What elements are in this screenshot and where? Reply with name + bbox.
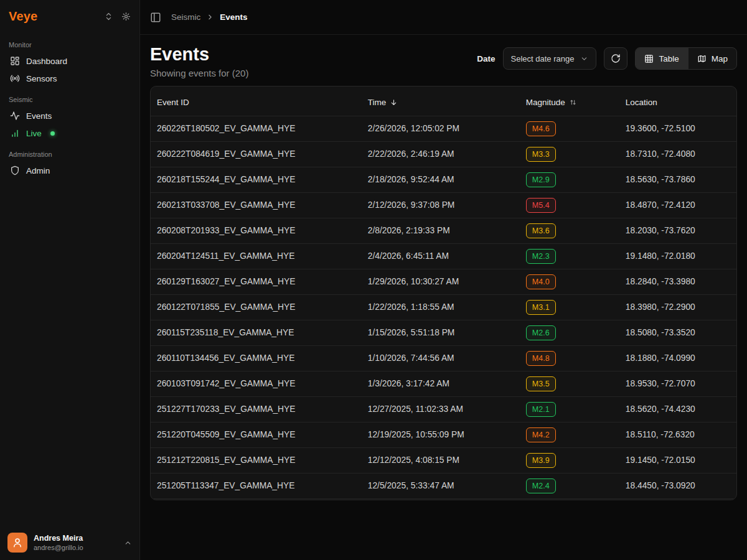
magnitude-cell: M4.2 <box>520 422 619 448</box>
column-header-location[interactable]: Location <box>619 86 736 116</box>
table-row[interactable]: 260213T033708_EV_GAMMA_HYE2/12/2026, 9:3… <box>151 193 736 218</box>
column-label: Event ID <box>157 98 189 107</box>
events-table-body: 260226T180502_EV_GAMMA_HYE2/26/2026, 12:… <box>151 116 736 501</box>
magnitude-badge: M2.3 <box>526 249 556 264</box>
time-cell: 12/12/2025, 4:08:15 PM <box>362 448 520 474</box>
chevron-up-icon <box>124 539 132 547</box>
table-row[interactable]: 260122T071855_EV_GAMMA_HYE1/22/2026, 1:1… <box>151 295 736 320</box>
magnitude-cell: M2.6 <box>520 320 619 346</box>
brand-logo: Veye <box>9 9 96 24</box>
column-label: Time <box>368 98 387 107</box>
time-cell: 12/5/2025, 5:33:47 AM <box>362 474 520 499</box>
sidebar-item-sensors[interactable]: Sensors <box>5 70 134 87</box>
sidebar-item-live[interactable]: Live <box>5 124 134 142</box>
table-row[interactable]: 251128T062105_EV_GAMMA_HYE11/28/2025, 12… <box>151 499 736 501</box>
sidebar: Veye MonitorDashboardSensorsSeismicEvent… <box>0 0 140 560</box>
event-id-cell: 260122T071855_EV_GAMMA_HYE <box>151 295 362 320</box>
table-icon <box>644 54 654 63</box>
bars-icon <box>10 128 20 138</box>
event-id-cell: 251227T170233_EV_GAMMA_HYE <box>151 397 362 422</box>
magnitude-cell: M4.6 <box>520 116 619 142</box>
view-table-label: Table <box>659 54 679 63</box>
event-id-cell: 251128T062105_EV_GAMMA_HYE <box>151 499 362 501</box>
breadcrumb-current: Events <box>220 12 247 22</box>
topbar: Seismic Events <box>140 0 747 35</box>
magnitude-cell: M2.1 <box>520 397 619 422</box>
user-menu[interactable]: Andres Meira andres@grillo.io <box>0 525 139 560</box>
time-cell: 2/4/2026, 6:45:11 AM <box>362 244 520 269</box>
refresh-button[interactable] <box>604 47 627 70</box>
time-cell: 2/26/2026, 12:05:02 PM <box>362 116 520 142</box>
location-cell: 18.9530, -72.7070 <box>619 371 736 397</box>
location-cell: 18.4870, -72.4120 <box>619 193 736 218</box>
sidebar-item-dashboard[interactable]: Dashboard <box>5 52 134 70</box>
breadcrumb: Seismic Events <box>171 12 248 22</box>
table-row[interactable]: 260226T180502_EV_GAMMA_HYE2/26/2026, 12:… <box>151 116 736 142</box>
column-label: Location <box>626 98 657 107</box>
sidebar-item-admin[interactable]: Admin <box>5 162 134 179</box>
table-row[interactable]: 251227T170233_EV_GAMMA_HYE12/27/2025, 11… <box>151 397 736 422</box>
location-cell: 18.5080, -73.3520 <box>619 320 736 346</box>
magnitude-badge: M2.1 <box>526 402 556 417</box>
table-row[interactable]: 260129T163027_EV_GAMMA_HYE1/29/2026, 10:… <box>151 269 736 295</box>
table-row[interactable]: 260208T201933_EV_GAMMA_HYE2/8/2026, 2:19… <box>151 218 736 244</box>
column-header-magnitude[interactable]: Magnitude <box>520 86 619 116</box>
location-cell: 18.2840, -73.3980 <box>619 269 736 295</box>
magnitude-badge: M2.4 <box>526 478 556 493</box>
column-header-time[interactable]: Time <box>362 86 520 116</box>
view-map-button[interactable]: Map <box>688 48 736 69</box>
magnitude-badge: M3.3 <box>526 147 556 162</box>
magnitude-badge: M2.9 <box>526 172 556 187</box>
table-row[interactable]: 251220T045509_EV_GAMMA_HYE12/19/2025, 10… <box>151 422 736 448</box>
table-row[interactable]: 260204T124511_EV_GAMMA_HYE2/4/2026, 6:45… <box>151 244 736 269</box>
time-cell: 2/18/2026, 9:52:44 AM <box>362 167 520 193</box>
location-cell: 19.1480, -72.0180 <box>619 244 736 269</box>
time-cell: 12/19/2025, 10:55:09 PM <box>362 422 520 448</box>
table-row[interactable]: 260218T155244_EV_GAMMA_HYE2/18/2026, 9:5… <box>151 167 736 193</box>
sidebar-item-events[interactable]: Events <box>5 107 134 124</box>
table-row[interactable]: 260110T134456_EV_GAMMA_HYE1/10/2026, 7:4… <box>151 346 736 371</box>
date-label: Date <box>477 54 495 63</box>
toolbar: Date Select date range Table <box>477 47 737 70</box>
date-range-select[interactable]: Select date range <box>503 47 597 70</box>
table-row[interactable]: 260115T235118_EV_GAMMA_HYE1/15/2026, 5:5… <box>151 320 736 346</box>
column-header-event-id[interactable]: Event ID <box>151 86 362 116</box>
user-icon <box>12 537 23 548</box>
location-cell: 18.2030, -73.7620 <box>619 218 736 244</box>
events-table-card: Event ID Time Magnitude Loca <box>150 86 737 500</box>
magnitude-badge: M3.9 <box>526 453 556 468</box>
table-row[interactable]: 251205T113347_EV_GAMMA_HYE12/5/2025, 5:3… <box>151 474 736 499</box>
table-row[interactable]: 260222T084619_EV_GAMMA_HYE2/22/2026, 2:4… <box>151 142 736 167</box>
date-range-value: Select date range <box>511 54 575 63</box>
sidebar-toggle-icon[interactable] <box>150 12 161 23</box>
gear-icon[interactable] <box>121 12 131 21</box>
event-id-cell: 260103T091742_EV_GAMMA_HYE <box>151 371 362 397</box>
sidebar-item-label: Dashboard <box>26 57 67 66</box>
avatar <box>7 533 27 553</box>
main-area: Seismic Events Events Showing events for… <box>140 0 747 560</box>
breadcrumb-parent[interactable]: Seismic <box>171 12 200 22</box>
location-cell: 18.4310, -72.8680 <box>619 499 736 501</box>
time-cell: 1/15/2026, 5:51:18 PM <box>362 320 520 346</box>
table-row[interactable]: 251212T220815_EV_GAMMA_HYE12/12/2025, 4:… <box>151 448 736 474</box>
location-cell: 19.1450, -72.0150 <box>619 448 736 474</box>
sidebar-item-label: Admin <box>26 166 50 175</box>
page-title: Events <box>150 44 248 65</box>
column-label: Magnitude <box>526 98 565 107</box>
location-cell: 18.5110, -72.6320 <box>619 422 736 448</box>
magnitude-badge: M3.6 <box>526 223 556 238</box>
location-cell: 18.5620, -74.4230 <box>619 397 736 422</box>
table-row[interactable]: 260103T091742_EV_GAMMA_HYE1/3/2026, 3:17… <box>151 371 736 397</box>
chevron-right-icon <box>206 13 214 21</box>
section-label: Monitor <box>0 30 139 52</box>
magnitude-cell: M3.3 <box>520 142 619 167</box>
event-id-cell: 260222T084619_EV_GAMMA_HYE <box>151 142 362 167</box>
magnitude-cell: M2.3 <box>520 244 619 269</box>
time-cell: 1/10/2026, 7:44:56 AM <box>362 346 520 371</box>
location-cell: 18.5630, -73.7860 <box>619 167 736 193</box>
magnitude-badge: M5.4 <box>526 198 556 213</box>
view-table-button[interactable]: Table <box>636 48 687 69</box>
sort-desc-icon <box>390 98 398 106</box>
magnitude-cell: M2.9 <box>520 167 619 193</box>
chevrons-up-down-icon[interactable] <box>104 12 113 21</box>
